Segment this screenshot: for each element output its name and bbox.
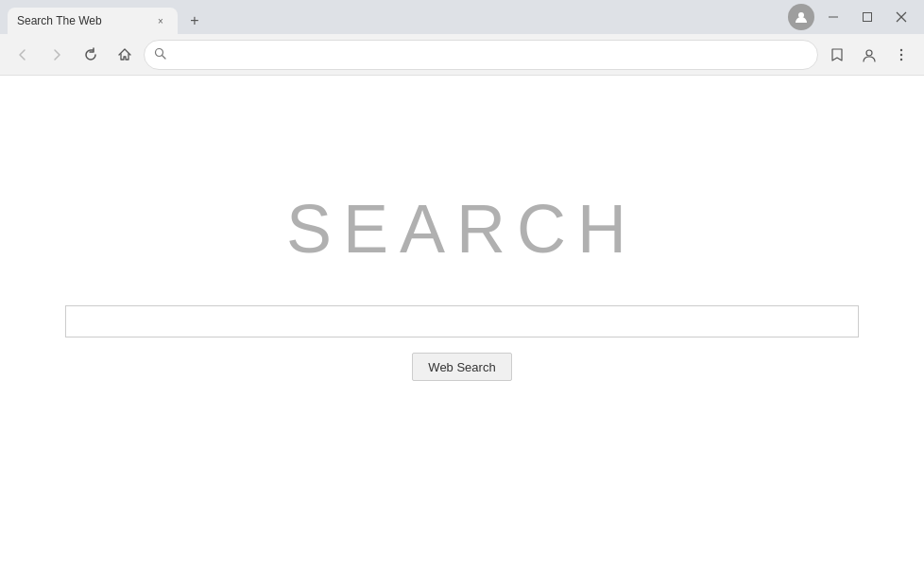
- svg-rect-1: [829, 17, 838, 18]
- more-button[interactable]: [886, 40, 916, 70]
- address-input[interactable]: [172, 47, 808, 61]
- back-button[interactable]: [8, 40, 38, 70]
- svg-point-7: [866, 50, 872, 56]
- extensions-button[interactable]: [854, 40, 884, 70]
- bookmark-button[interactable]: [822, 40, 852, 70]
- tab-bar: Search The Web × +: [8, 0, 788, 34]
- search-input-container: [65, 305, 859, 337]
- tab-close-button[interactable]: ×: [153, 13, 168, 28]
- search-input[interactable]: [65, 305, 859, 337]
- address-search-icon: [154, 47, 166, 62]
- home-button[interactable]: [110, 40, 140, 70]
- title-bar: Search The Web × +: [0, 0, 924, 34]
- nav-actions: [822, 40, 916, 70]
- search-logo: SEARCH: [286, 190, 638, 268]
- search-form: Web Search: [0, 305, 924, 381]
- svg-line-6: [163, 55, 166, 59]
- forward-button[interactable]: [42, 40, 72, 70]
- new-tab-button[interactable]: +: [181, 8, 208, 34]
- svg-rect-2: [864, 13, 872, 22]
- browser-frame: Search The Web × +: [0, 0, 924, 571]
- tab-title: Search The Web: [17, 14, 147, 27]
- nav-bar: [0, 34, 924, 76]
- page-content: SEARCH Web Search: [0, 76, 924, 571]
- close-window-button[interactable]: [886, 2, 916, 32]
- profile-button[interactable]: [788, 4, 814, 30]
- svg-point-9: [900, 53, 902, 55]
- reload-button[interactable]: [76, 40, 106, 70]
- svg-point-8: [900, 48, 902, 50]
- active-tab[interactable]: Search The Web ×: [8, 8, 178, 34]
- minimize-button[interactable]: [818, 2, 848, 32]
- web-search-button[interactable]: Web Search: [412, 353, 511, 381]
- address-bar[interactable]: [144, 40, 818, 70]
- maximize-button[interactable]: [852, 2, 882, 32]
- svg-point-10: [900, 58, 902, 60]
- window-controls: [788, 2, 916, 32]
